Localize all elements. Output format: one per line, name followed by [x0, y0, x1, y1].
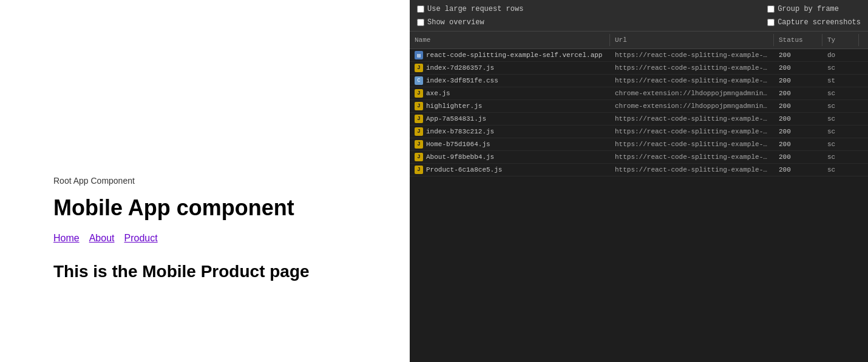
cell-status: 200: [774, 101, 822, 112]
col-header-status: Status: [774, 34, 822, 46]
table-row[interactable]: J App-7a584831.js https://react-code-spl…: [410, 113, 868, 126]
table-row[interactable]: C index-3df851fe.css https://react-code-…: [410, 75, 868, 87]
cell-status: 200: [774, 152, 822, 163]
large-rows-checkbox[interactable]: Use large request rows: [417, 5, 523, 13]
devtools-toolbar: Use large request rows Show overview Gro…: [410, 0, 868, 32]
file-name: Home-b75d1064.js: [426, 141, 490, 148]
col-header-name: Name: [410, 34, 610, 46]
group-by-frame-input[interactable]: [767, 5, 775, 13]
cell-name: J Home-b75d1064.js: [410, 138, 610, 150]
cell-url: https://react-code-splitting-example-sel…: [610, 164, 774, 175]
cell-name: J Product-6c1a8ce5.js: [410, 164, 610, 176]
cell-url: chrome-extension://lhdoppojpmngadmnindne…: [610, 101, 774, 112]
cell-status: 200: [774, 139, 822, 150]
table-row[interactable]: J axe.js chrome-extension://lhdoppojpmng…: [410, 87, 868, 100]
file-icon: C: [415, 76, 423, 85]
cell-name: J index-7d286357.js: [410, 62, 610, 74]
show-overview-input[interactable]: [417, 19, 424, 26]
cell-status: 200: [774, 62, 822, 73]
file-icon: J: [415, 102, 423, 110]
table-body: ▤ react-code-splitting-example-self.verc…: [410, 49, 868, 362]
table-row[interactable]: J index-b783c212.js https://react-code-s…: [410, 126, 868, 138]
file-icon: J: [415, 153, 423, 161]
cell-type: sc: [822, 139, 859, 150]
cell-status: 200: [774, 75, 822, 86]
cell-url: https://react-code-splitting-example-sel…: [610, 75, 774, 86]
cell-url: chrome-extension://lhdoppojpmngadmnindne…: [610, 88, 774, 99]
show-overview-checkbox[interactable]: Show overview: [417, 18, 523, 27]
table-row[interactable]: J About-9f8bebb4.js https://react-code-s…: [410, 151, 868, 164]
cell-status: 200: [774, 88, 822, 99]
capture-screenshots-checkbox[interactable]: Capture screenshots: [767, 18, 861, 27]
cell-name: J index-b783c212.js: [410, 126, 610, 138]
cell-name: C index-3df851fe.css: [410, 75, 610, 87]
nav-product-link[interactable]: Product: [124, 233, 158, 244]
page-content-text: This is the Mobile Product page: [53, 262, 356, 281]
file-name: index-7d286357.js: [426, 64, 494, 72]
mobile-app-title: Mobile App component: [53, 195, 356, 221]
file-name: Product-6c1a8ce5.js: [426, 166, 502, 173]
file-icon: J: [415, 140, 423, 149]
cell-type: do: [822, 50, 859, 61]
cell-status: 200: [774, 50, 822, 61]
cell-status: 200: [774, 164, 822, 175]
file-icon: ▤: [415, 51, 423, 59]
toolbar-left-options: Use large request rows Show overview: [417, 5, 523, 27]
cell-type: sc: [822, 152, 859, 163]
app-preview-panel: Root App Component Mobile App component …: [0, 0, 410, 362]
cell-status: 200: [774, 126, 822, 137]
file-icon: J: [415, 127, 423, 136]
file-icon: J: [415, 64, 423, 72]
file-name: axe.js: [426, 90, 450, 97]
table-header: Name Url Status Ty: [410, 32, 868, 49]
large-rows-input[interactable]: [417, 5, 424, 13]
file-icon: J: [415, 166, 423, 174]
file-name: index-b783c212.js: [426, 128, 494, 135]
table-row[interactable]: ▤ react-code-splitting-example-self.verc…: [410, 49, 868, 62]
cell-name: J About-9f8bebb4.js: [410, 151, 610, 163]
file-name: index-3df851fe.css: [426, 77, 498, 84]
nav-about-link[interactable]: About: [89, 233, 115, 244]
file-icon: J: [415, 115, 423, 123]
col-header-url: Url: [610, 34, 774, 46]
file-icon: J: [415, 89, 423, 98]
table-row[interactable]: J index-7d286357.js https://react-code-s…: [410, 62, 868, 75]
cell-type: sc: [822, 88, 859, 99]
root-app-label: Root App Component: [53, 176, 356, 186]
cell-name: J axe.js: [410, 87, 610, 99]
file-name: App-7a584831.js: [426, 115, 486, 122]
table-row[interactable]: J Home-b75d1064.js https://react-code-sp…: [410, 138, 868, 151]
cell-url: https://react-code-splitting-example-sel…: [610, 62, 774, 73]
cell-url: https://react-code-splitting-example-sel…: [610, 113, 774, 124]
cell-type: sc: [822, 113, 859, 124]
table-row[interactable]: J Product-6c1a8ce5.js https://react-code…: [410, 164, 868, 176]
cell-name: ▤ react-code-splitting-example-self.verc…: [410, 49, 610, 61]
cell-url: https://react-code-splitting-example-sel…: [610, 139, 774, 150]
cell-type: sc: [822, 164, 859, 175]
col-header-type: Ty: [822, 34, 859, 46]
cell-name: J App-7a584831.js: [410, 113, 610, 125]
nav-links: Home About Product: [53, 233, 356, 244]
network-table: Name Url Status Ty ▤ react-code-splittin…: [410, 32, 868, 362]
nav-home-link[interactable]: Home: [53, 233, 80, 244]
cell-type: sc: [822, 126, 859, 137]
cell-type: sc: [822, 62, 859, 73]
toolbar-right-options: Group by frame Capture screenshots: [767, 5, 861, 27]
cell-type: st: [822, 75, 859, 86]
devtools-panel: Use large request rows Show overview Gro…: [410, 0, 868, 362]
cell-status: 200: [774, 113, 822, 124]
cell-type: sc: [822, 101, 859, 112]
table-row[interactable]: J highlighter.js chrome-extension://lhdo…: [410, 100, 868, 113]
cell-url: https://react-code-splitting-example-sel…: [610, 50, 774, 61]
file-name: highlighter.js: [426, 102, 482, 110]
cell-name: J highlighter.js: [410, 100, 610, 112]
capture-screenshots-input[interactable]: [767, 19, 775, 26]
file-name: react-code-splitting-example-self.vercel…: [426, 52, 602, 59]
group-by-frame-checkbox[interactable]: Group by frame: [767, 5, 861, 13]
file-name: About-9f8bebb4.js: [426, 153, 494, 161]
cell-url: https://react-code-splitting-example-sel…: [610, 126, 774, 137]
cell-url: https://react-code-splitting-example-sel…: [610, 152, 774, 163]
